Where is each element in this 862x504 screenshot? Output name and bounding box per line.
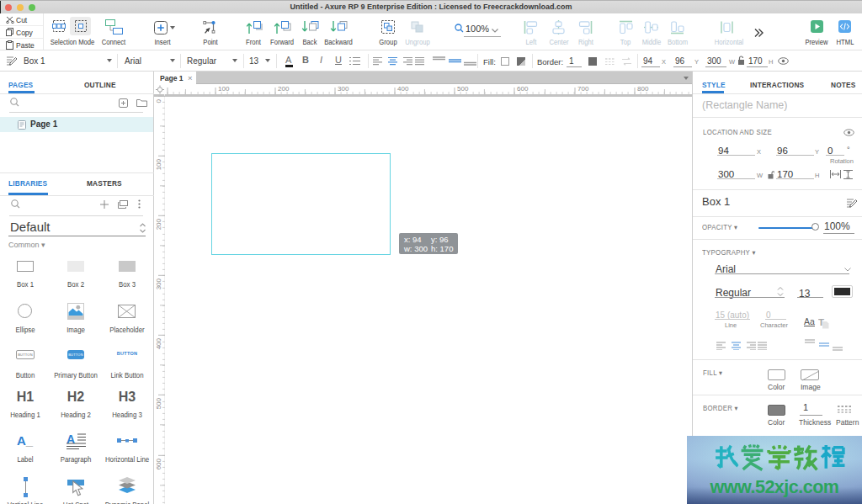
svg-text:T: T bbox=[818, 317, 824, 327]
svg-text:A: A bbox=[67, 432, 75, 446]
